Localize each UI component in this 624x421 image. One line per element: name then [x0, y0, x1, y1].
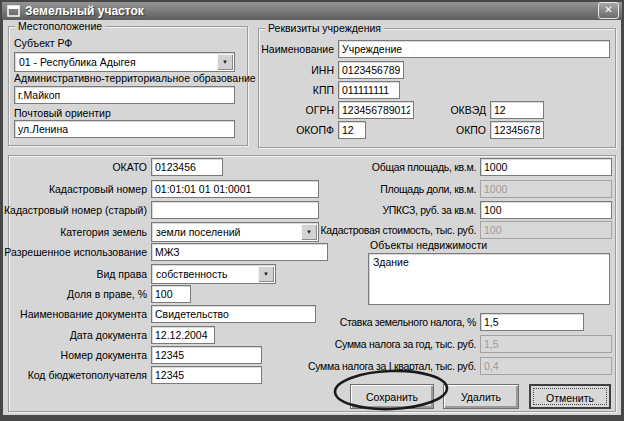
field-name: Наименование — [260, 40, 610, 58]
doc-name-label: Наименование документа — [2, 308, 151, 320]
field-land-category: Категория земель земли поселений ▼ — [2, 222, 319, 242]
field-okved: ОКВЭД — [428, 101, 544, 119]
field-doc-number: Номер документа — [2, 346, 262, 364]
inn-input[interactable] — [338, 61, 404, 79]
cadastral-number-old-label: Кадастровый номер (старый) — [2, 204, 151, 216]
cadastral-number-input[interactable] — [151, 180, 319, 198]
field-inn: ИНН — [260, 61, 404, 79]
field-cadastral-number-old: Кадастровый номер (старый) — [2, 201, 319, 219]
ogrn-input[interactable] — [338, 101, 414, 119]
admin-territory-input[interactable] — [14, 86, 235, 104]
permitted-use-input[interactable] — [151, 243, 328, 261]
okopf-input[interactable] — [338, 121, 366, 139]
okved-input[interactable] — [490, 101, 544, 119]
share-area-input — [480, 180, 612, 198]
cancel-button[interactable]: Отменить — [529, 384, 611, 409]
field-kpp: КПП — [260, 81, 400, 99]
field-doc-date: Дата документа — [2, 326, 215, 344]
ogrn-label: ОГРН — [260, 104, 338, 116]
save-button[interactable]: Сохранить — [350, 384, 434, 409]
field-ogrn: ОГРН — [260, 101, 414, 119]
field-share: Доля в праве, % — [2, 285, 191, 303]
window-title: Земельный участок — [25, 4, 144, 18]
delete-button[interactable]: Удалить — [443, 384, 519, 409]
upksz-input[interactable] — [480, 201, 612, 219]
field-share-area: Площадь доли, кв.м. — [306, 180, 612, 198]
kpp-input[interactable] — [338, 81, 400, 99]
share-area-label: Площадь доли, кв.м. — [306, 183, 480, 195]
field-okpo: ОКПО — [428, 121, 544, 139]
doc-date-label: Дата документа — [2, 329, 151, 341]
realty-objects-label: Объекты недвижимости — [370, 239, 487, 251]
inn-label: ИНН — [260, 64, 338, 76]
cadastral-number-label: Кадастровый номер — [2, 183, 151, 195]
tax-year-input — [480, 335, 612, 353]
kpp-label: КПП — [260, 84, 338, 96]
realty-objects-textarea[interactable]: Здание — [368, 253, 610, 305]
postal-input[interactable] — [14, 120, 235, 138]
total-area-label: Общая площадь, кв.м. — [306, 161, 480, 173]
right-type-value: собственность — [156, 268, 227, 280]
land-category-label: Категория земель — [2, 226, 151, 238]
upksz-label: УПКСЗ, руб. за кв.м. — [306, 204, 480, 216]
subject-combobox[interactable]: 01 - Республика Адыгея ▼ — [14, 52, 235, 72]
tax-q1-input — [480, 357, 612, 375]
chevron-down-icon[interactable]: ▼ — [258, 266, 274, 282]
tax-q1-label: Сумма налога за I квартал, тыс. руб. — [306, 360, 480, 372]
field-tax-rate: Ставка земельного налога, % — [306, 313, 584, 331]
cadastral-number-old-input[interactable] — [151, 201, 319, 219]
right-type-combobox[interactable]: собственность ▼ — [151, 264, 276, 284]
name-input[interactable] — [338, 40, 610, 58]
field-cadastral-cost: Кадастровая стоимость, тыс. руб. — [306, 221, 612, 239]
institution-legend: Реквизиты учреждения — [265, 22, 384, 34]
field-tax-year: Сумма налога за год, тыс. руб. — [306, 335, 612, 353]
field-okato: ОКАТО — [2, 158, 223, 176]
subject-value: 01 - Республика Адыгея — [19, 56, 136, 68]
cadastral-cost-label: Кадастровая стоимость, тыс. руб. — [306, 224, 480, 236]
budget-code-input[interactable] — [151, 366, 262, 384]
doc-date-input[interactable] — [151, 326, 215, 344]
close-button[interactable]: ✕ — [598, 2, 619, 19]
okopf-label: ОКОПФ — [260, 124, 338, 136]
field-okopf: ОКОПФ — [260, 121, 366, 139]
titlebar: Земельный участок — [2, 2, 622, 20]
share-label: Доля в праве, % — [2, 288, 151, 300]
doc-name-input[interactable] — [151, 305, 316, 323]
field-total-area: Общая площадь, кв.м. — [306, 158, 612, 176]
share-input[interactable] — [151, 285, 191, 303]
field-budget-code: Код бюджетополучателя — [2, 366, 262, 384]
okpo-label: ОКПО — [428, 124, 490, 136]
field-cadastral-number: Кадастровый номер — [2, 180, 319, 198]
okato-label: ОКАТО — [2, 161, 151, 173]
field-permitted-use: Разрешенное использование — [2, 243, 328, 261]
tax-rate-label: Ставка земельного налога, % — [306, 316, 480, 328]
okpo-input[interactable] — [490, 121, 544, 139]
okato-input[interactable] — [151, 158, 223, 176]
tax-rate-input[interactable] — [480, 313, 584, 331]
postal-label: Почтовый ориентир — [14, 107, 111, 119]
doc-number-label: Номер документа — [2, 349, 151, 361]
doc-number-input[interactable] — [151, 346, 262, 364]
right-type-label: Вид права — [2, 268, 151, 280]
total-area-input[interactable] — [480, 158, 612, 176]
field-tax-q1: Сумма налога за I квартал, тыс. руб. — [306, 357, 612, 375]
land-category-value: земли поселений — [156, 226, 240, 238]
budget-code-label: Код бюджетополучателя — [2, 369, 151, 381]
permitted-use-label: Разрешенное использование — [2, 246, 151, 258]
chevron-down-icon[interactable]: ▼ — [217, 54, 233, 70]
field-doc-name: Наименование документа — [2, 305, 316, 323]
tax-year-label: Сумма налога за год, тыс. руб. — [306, 338, 480, 350]
subject-label: Субъект РФ — [14, 37, 72, 49]
field-right-type: Вид права собственность ▼ — [2, 264, 276, 284]
location-legend: Местоположение — [15, 20, 105, 32]
name-label: Наименование — [260, 43, 338, 55]
field-upksz: УПКСЗ, руб. за кв.м. — [306, 201, 612, 219]
admin-territory-label: Административно-территориальное образова… — [14, 72, 256, 84]
land-parcel-dialog: Земельный участок ✕ Местоположение Рекви… — [0, 0, 624, 421]
form-icon — [7, 5, 20, 17]
land-category-combobox[interactable]: земли поселений ▼ — [151, 222, 319, 242]
cadastral-cost-input — [480, 221, 612, 239]
close-icon: ✕ — [604, 4, 612, 15]
okved-label: ОКВЭД — [428, 104, 490, 116]
